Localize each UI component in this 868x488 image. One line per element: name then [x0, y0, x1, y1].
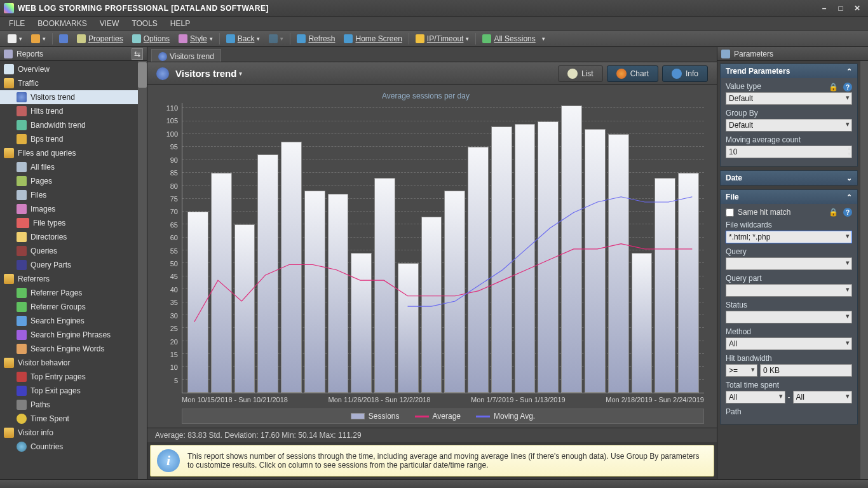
close-button[interactable]: ✕ — [850, 4, 864, 13]
tree-item-files[interactable]: Files — [0, 188, 147, 202]
chart-bar[interactable] — [328, 194, 349, 393]
menu-view[interactable]: VIEW — [95, 18, 125, 29]
chart-bar[interactable] — [654, 178, 675, 393]
query-input[interactable] — [726, 257, 852, 270]
tab-visitors-trend[interactable]: Visitors trend — [151, 49, 221, 62]
chart-bar[interactable] — [257, 154, 278, 393]
chart-bar[interactable] — [281, 142, 302, 393]
new-button[interactable]: ▾ — [4, 33, 26, 44]
tree-item-countries[interactable]: Countries — [0, 440, 147, 454]
tree-item-images[interactable]: Images — [0, 202, 147, 216]
method-select[interactable] — [726, 337, 852, 350]
chart-bar[interactable] — [374, 178, 395, 393]
chart-bar[interactable] — [444, 191, 465, 393]
maximize-button[interactable]: □ — [834, 4, 848, 13]
refresh-button[interactable]: Refresh — [293, 33, 339, 44]
tree-item-top-exit-pages[interactable]: Top Exit pages — [0, 384, 147, 398]
tree-item-referrer-groups[interactable]: Referrer Groups — [0, 300, 147, 314]
tree-item-directories[interactable]: Directories — [0, 230, 147, 244]
style-button[interactable]: Style▾ — [175, 33, 217, 44]
file-header[interactable]: File⌃ — [721, 190, 857, 204]
tree-item-search-engine-phrases[interactable]: Search Engine Phrases — [0, 328, 147, 342]
trend-parameters-header[interactable]: Trend Parameters⌃ — [721, 64, 857, 78]
menu-tools[interactable]: TOOLS — [126, 18, 162, 29]
moving-avg-input[interactable] — [726, 146, 852, 158]
tree-item-hits-trend[interactable]: Hits trend — [0, 104, 147, 118]
chart-bar[interactable] — [304, 191, 325, 393]
tree-item-search-engines[interactable]: Search Engines — [0, 314, 147, 328]
chart-bar[interactable] — [468, 147, 489, 393]
parameters-scrollbar[interactable] — [860, 61, 868, 479]
total-time-to-select[interactable] — [793, 391, 853, 403]
tree-item-all-files[interactable]: All files — [0, 160, 147, 174]
tree-item-paths[interactable]: Paths — [0, 398, 147, 412]
chart-bar[interactable] — [187, 212, 208, 393]
tree-item-files-and-queries[interactable]: Files and queries — [0, 146, 147, 160]
chart-view-button[interactable]: Chart — [607, 65, 658, 82]
chart-bar[interactable] — [561, 105, 582, 393]
tree-item-queries[interactable]: Queries — [0, 244, 147, 258]
chart-bar[interactable] — [211, 173, 232, 393]
chart-bar[interactable] — [421, 217, 442, 393]
back-button[interactable]: Back▾ — [222, 33, 264, 44]
file-wildcards-input[interactable] — [726, 231, 852, 243]
tree-item-pages[interactable]: Pages — [0, 174, 147, 188]
chart-bar[interactable] — [351, 253, 372, 393]
chart-bar[interactable] — [608, 134, 629, 393]
same-hit-checkbox[interactable] — [726, 208, 734, 217]
status-select[interactable] — [726, 311, 852, 323]
chart-bar[interactable] — [234, 224, 255, 393]
menu-file[interactable]: FILE — [4, 18, 30, 29]
lock-icon[interactable]: 🔒 — [829, 208, 838, 217]
save-button[interactable] — [55, 33, 72, 44]
chart-bar[interactable] — [632, 253, 653, 393]
tree-item-bandwidth-trend[interactable]: Bandwidth trend — [0, 118, 147, 132]
tree-item-visitors-trend[interactable]: Visitors trend — [0, 90, 147, 104]
lock-icon[interactable]: 🔒 — [829, 83, 838, 92]
forward-button[interactable]: ▾ — [265, 33, 287, 44]
menu-help[interactable]: HELP — [165, 18, 195, 29]
chart-plot[interactable] — [182, 103, 704, 393]
value-type-select[interactable] — [726, 92, 852, 105]
date-header[interactable]: Date⌄ — [721, 171, 857, 185]
tree-item-traffic[interactable]: Traffic — [0, 76, 147, 90]
tree-item-referrers[interactable]: Referrers — [0, 272, 147, 286]
open-button[interactable]: ▾ — [27, 33, 50, 44]
chart-bar[interactable] — [398, 263, 419, 393]
hit-bw-value-input[interactable] — [760, 364, 852, 377]
tree-item-file-types[interactable]: File types — [0, 216, 147, 230]
tree-item-referrer-pages[interactable]: Referrer Pages — [0, 286, 147, 300]
tree-item-top-entry-pages[interactable]: Top Entry pages — [0, 370, 147, 384]
properties-button[interactable]: Properties — [73, 33, 127, 44]
menu-bookmarks[interactable]: BOOKMARKS — [32, 18, 92, 29]
all-sessions-button[interactable]: All Sessions▾ — [478, 33, 548, 44]
tree-item-search-engine-words[interactable]: Search Engine Words — [0, 342, 147, 356]
tree-item-visitor-behavior[interactable]: Visitor behavior — [0, 356, 147, 370]
group-by-select[interactable] — [726, 119, 852, 132]
chart-bar[interactable] — [538, 121, 559, 393]
total-time-from-select[interactable] — [726, 391, 785, 403]
minimize-button[interactable]: – — [817, 4, 831, 13]
chart-bar[interactable] — [678, 173, 699, 393]
chart-bar[interactable] — [491, 126, 512, 393]
reports-scrollbar[interactable] — [138, 61, 147, 479]
reports-panel-toggle[interactable]: ⇆ — [132, 48, 143, 60]
tree-item-overview[interactable]: Overview — [0, 62, 147, 76]
help-icon[interactable]: ? — [843, 83, 852, 92]
hit-bw-op-select[interactable] — [726, 364, 757, 377]
tree-item-query-parts[interactable]: Query Parts — [0, 258, 147, 272]
home-button[interactable]: Home Screen — [340, 33, 405, 44]
help-icon[interactable]: ? — [843, 208, 852, 217]
chart-bar[interactable] — [515, 124, 536, 393]
tree-item-visitor-info[interactable]: Visitor info — [0, 426, 147, 440]
tree-item-time-spent[interactable]: Time Spent — [0, 412, 147, 426]
ip-timeout-button[interactable]: IP/Timeout▾ — [412, 33, 473, 44]
tree-item-bps-trend[interactable]: Bps trend — [0, 132, 147, 146]
chart-bar[interactable] — [585, 129, 606, 393]
query-part-input[interactable] — [726, 284, 852, 297]
info-view-button[interactable]: Info — [662, 65, 708, 82]
visitors-icon — [17, 92, 27, 102]
page-title-dropdown[interactable]: ▾ — [239, 70, 242, 77]
options-button[interactable]: Options — [128, 33, 173, 44]
list-view-button[interactable]: List — [558, 65, 603, 82]
